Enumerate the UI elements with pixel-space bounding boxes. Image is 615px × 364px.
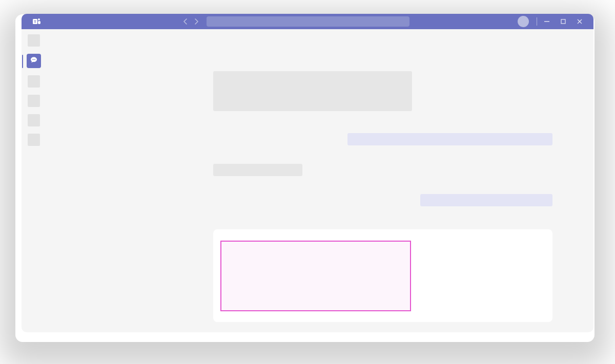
- svg-text:T: T: [34, 19, 36, 24]
- app-rail: [22, 29, 46, 332]
- search-input[interactable]: [207, 16, 409, 27]
- svg-point-2: [38, 18, 40, 20]
- chat-icon: [30, 56, 38, 66]
- rail-item-calendar[interactable]: [28, 95, 40, 107]
- rail-item-activity[interactable]: [28, 34, 40, 47]
- svg-point-9: [33, 59, 34, 60]
- svg-rect-3: [38, 21, 40, 24]
- title-bar: T: [22, 14, 593, 29]
- forward-button[interactable]: [194, 18, 198, 25]
- rail-item-files[interactable]: [28, 134, 40, 146]
- titlebar-divider: [537, 17, 537, 26]
- rail-active-indicator: [22, 55, 23, 68]
- window-controls: [543, 14, 583, 29]
- message-incoming: [213, 164, 302, 176]
- svg-point-10: [34, 59, 35, 60]
- svg-rect-5: [561, 19, 565, 24]
- teams-icon: T: [33, 17, 41, 26]
- avatar[interactable]: [518, 16, 529, 27]
- message-outgoing: [347, 133, 552, 145]
- app-body: [22, 29, 593, 332]
- restore-button[interactable]: [560, 18, 567, 25]
- close-button[interactable]: [576, 18, 583, 25]
- nav-arrows: [183, 14, 198, 29]
- minimize-button[interactable]: [543, 18, 550, 25]
- rail-item-chat[interactable]: [27, 54, 41, 68]
- message-outgoing: [420, 194, 552, 206]
- back-button[interactable]: [183, 18, 188, 25]
- rail-item-calls[interactable]: [28, 114, 40, 126]
- chat-pane: [46, 29, 593, 332]
- compose-highlight[interactable]: [220, 241, 411, 311]
- message-incoming: [213, 71, 412, 111]
- svg-point-8: [32, 59, 33, 60]
- app-window: T: [22, 14, 593, 332]
- rail-item-teams[interactable]: [28, 75, 40, 88]
